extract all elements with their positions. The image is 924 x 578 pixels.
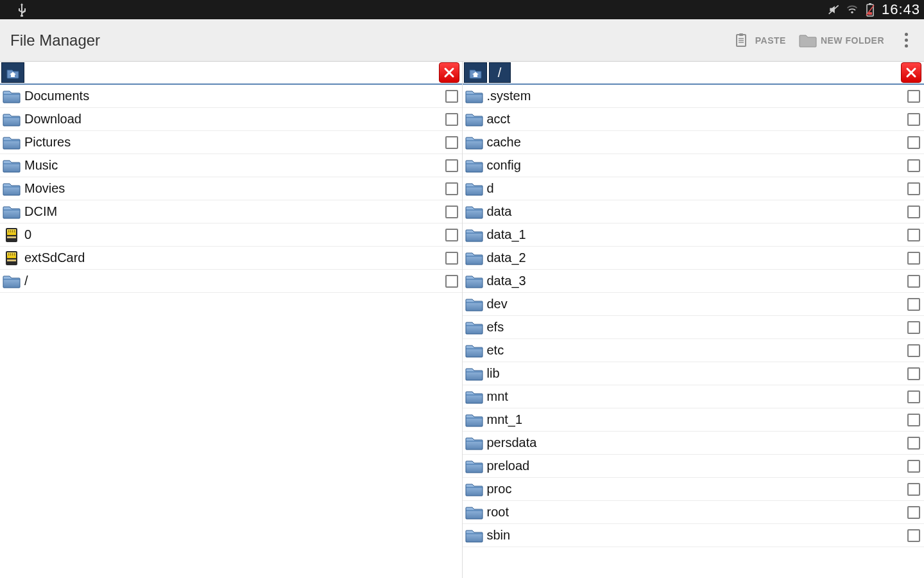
- file-select-checkbox[interactable]: [907, 529, 920, 542]
- left-breadcrumb-home[interactable]: [1, 62, 24, 83]
- folder-icon: [3, 135, 21, 150]
- right-file-list[interactable]: .systemacctcacheconfigddatadata_1data_2d…: [463, 85, 925, 578]
- file-row[interactable]: Music: [0, 154, 462, 177]
- file-row[interactable]: lib: [463, 362, 925, 385]
- file-select-checkbox[interactable]: [445, 206, 458, 218]
- file-row[interactable]: sbin: [463, 524, 925, 547]
- file-select-checkbox[interactable]: [907, 483, 920, 496]
- file-row[interactable]: Movies: [0, 177, 462, 200]
- file-row[interactable]: Pictures: [0, 131, 462, 154]
- left-breadcrumb-bar: [0, 62, 462, 85]
- usb-icon: [17, 3, 27, 17]
- file-select-checkbox[interactable]: [907, 367, 920, 380]
- file-select-checkbox[interactable]: [445, 275, 458, 288]
- file-select-checkbox[interactable]: [907, 344, 920, 357]
- new-folder-button-label: NEW FOLDER: [821, 35, 884, 46]
- file-row[interactable]: cache: [463, 131, 925, 154]
- folder-icon: [465, 343, 483, 358]
- action-bar: File Manager PASTE NEW FOLDER: [0, 19, 924, 62]
- file-select-checkbox[interactable]: [907, 321, 920, 334]
- file-row[interactable]: /: [0, 270, 462, 293]
- file-select-checkbox[interactable]: [445, 252, 458, 265]
- file-row[interactable]: mnt_1: [463, 408, 925, 432]
- file-row[interactable]: mnt: [463, 385, 925, 408]
- file-select-checkbox[interactable]: [907, 90, 920, 103]
- file-row[interactable]: 0: [0, 223, 462, 247]
- right-breadcrumb-segment[interactable]: /: [489, 62, 511, 83]
- right-pane: / .systemacctcacheconfigddatadata_1data_…: [462, 62, 925, 578]
- file-select-checkbox[interactable]: [445, 159, 458, 172]
- file-select-checkbox[interactable]: [907, 437, 920, 450]
- file-row[interactable]: data_1: [463, 223, 925, 247]
- file-row[interactable]: proc: [463, 478, 925, 501]
- file-row[interactable]: extSdCard: [0, 247, 462, 270]
- file-row[interactable]: acct: [463, 108, 925, 131]
- file-name-label: efs: [487, 320, 904, 335]
- file-select-checkbox[interactable]: [907, 229, 920, 241]
- folder-icon: [3, 204, 21, 220]
- file-name-label: mnt: [487, 389, 904, 404]
- file-name-label: data: [487, 204, 904, 219]
- left-close-pane-button[interactable]: [439, 62, 459, 83]
- file-row[interactable]: efs: [463, 316, 925, 339]
- right-breadcrumb-home[interactable]: [464, 62, 487, 83]
- file-row[interactable]: Download: [0, 108, 462, 131]
- file-select-checkbox[interactable]: [445, 182, 458, 195]
- file-name-label: data_1: [487, 227, 904, 242]
- file-name-label: dev: [487, 297, 904, 311]
- file-select-checkbox[interactable]: [907, 414, 920, 426]
- file-select-checkbox[interactable]: [907, 206, 920, 218]
- left-file-list[interactable]: DocumentsDownloadPicturesMusicMoviesDCIM…: [0, 85, 462, 578]
- folder-icon: [465, 528, 483, 543]
- new-folder-button[interactable]: NEW FOLDER: [792, 28, 891, 53]
- folder-icon: [465, 505, 483, 520]
- right-close-pane-button[interactable]: [901, 62, 921, 83]
- folder-icon: [465, 250, 483, 266]
- right-breadcrumb-bar: /: [463, 62, 925, 85]
- file-name-label: proc: [487, 482, 904, 496]
- file-select-checkbox[interactable]: [907, 136, 920, 149]
- file-row[interactable]: config: [463, 154, 925, 177]
- file-row[interactable]: .system: [463, 85, 925, 108]
- file-row[interactable]: etc: [463, 339, 925, 362]
- file-select-checkbox[interactable]: [907, 275, 920, 288]
- file-select-checkbox[interactable]: [445, 113, 458, 126]
- file-select-checkbox[interactable]: [907, 113, 920, 126]
- file-select-checkbox[interactable]: [907, 390, 920, 403]
- folder-icon: [3, 89, 21, 104]
- overflow-menu-button[interactable]: [896, 28, 916, 53]
- file-name-label: preload: [487, 459, 904, 473]
- file-row[interactable]: data: [463, 200, 925, 223]
- folder-icon: [3, 274, 21, 289]
- folder-icon: [465, 274, 483, 289]
- file-select-checkbox[interactable]: [907, 252, 920, 265]
- file-select-checkbox[interactable]: [907, 298, 920, 311]
- file-row[interactable]: DCIM: [0, 200, 462, 223]
- file-row[interactable]: preload: [463, 455, 925, 478]
- file-select-checkbox[interactable]: [907, 159, 920, 172]
- file-row[interactable]: root: [463, 501, 925, 524]
- file-name-label: lib: [487, 366, 904, 381]
- file-name-label: Documents: [24, 89, 441, 103]
- file-row[interactable]: Documents: [0, 85, 462, 108]
- file-name-label: root: [487, 505, 904, 520]
- file-row[interactable]: dev: [463, 293, 925, 316]
- file-select-checkbox[interactable]: [907, 506, 920, 519]
- file-select-checkbox[interactable]: [445, 90, 458, 103]
- folder-icon: [3, 158, 21, 173]
- file-name-label: config: [487, 158, 904, 173]
- file-row[interactable]: persdata: [463, 432, 925, 455]
- file-select-checkbox[interactable]: [907, 460, 920, 473]
- file-select-checkbox[interactable]: [907, 182, 920, 195]
- file-row[interactable]: d: [463, 177, 925, 200]
- folder-icon: [465, 435, 483, 451]
- file-row[interactable]: data_3: [463, 270, 925, 293]
- paste-button[interactable]: PASTE: [727, 28, 792, 53]
- file-name-label: .system: [487, 89, 904, 103]
- file-name-label: etc: [487, 343, 904, 358]
- file-name-label: 0: [24, 227, 441, 242]
- file-row[interactable]: data_2: [463, 247, 925, 270]
- file-select-checkbox[interactable]: [445, 229, 458, 241]
- file-select-checkbox[interactable]: [445, 136, 458, 149]
- breadcrumb-label: /: [498, 66, 502, 80]
